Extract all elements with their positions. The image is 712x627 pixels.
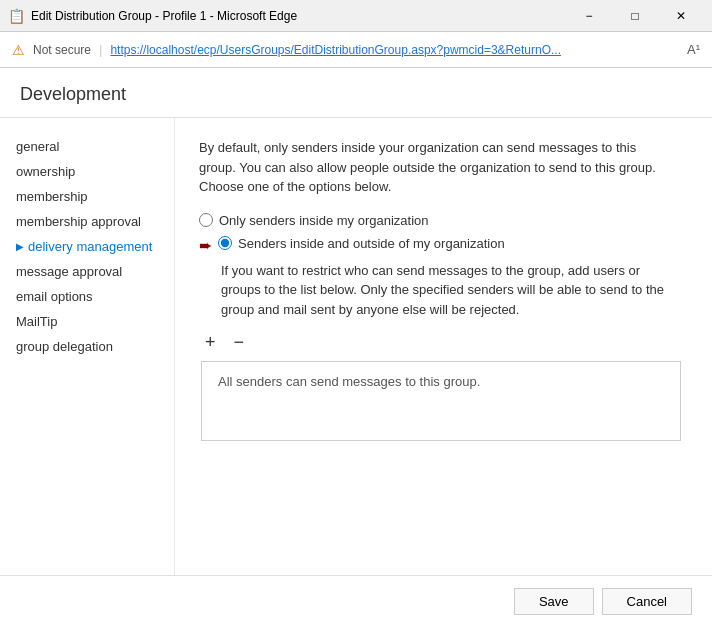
sidebar-item-membership-approval[interactable]: membership approval — [0, 209, 174, 234]
remove-sender-button[interactable]: − — [230, 331, 249, 353]
footer: Save Cancel — [0, 575, 712, 627]
close-button[interactable]: ✕ — [658, 0, 704, 32]
sidebar: general ownership membership membership … — [0, 118, 175, 575]
title-bar: 📋 Edit Distribution Group - Profile 1 - … — [0, 0, 712, 32]
radio-option-inside-only[interactable]: Only senders inside my organization — [199, 213, 688, 228]
minimize-button[interactable]: − — [566, 0, 612, 32]
cancel-button[interactable]: Cancel — [602, 588, 692, 615]
restriction-text: If you want to restrict who can send mes… — [221, 261, 671, 320]
radio-option-inside-outside-row: ➨ Senders inside and outside of my organ… — [199, 236, 688, 255]
add-remove-row: + − — [201, 331, 688, 353]
main-window: Development general ownership membership… — [0, 68, 712, 627]
sidebar-item-ownership[interactable]: ownership — [0, 159, 174, 184]
radio-inside-only[interactable] — [199, 213, 213, 227]
description-text: By default, only senders inside your org… — [199, 138, 669, 197]
sidebar-item-email-options[interactable]: email options — [0, 284, 174, 309]
sidebar-item-general[interactable]: general — [0, 134, 174, 159]
sidebar-item-group-delegation[interactable]: group delegation — [0, 334, 174, 359]
browser-icon: 📋 — [8, 8, 25, 24]
senders-list-box: All senders can send messages to this gr… — [201, 361, 681, 441]
senders-placeholder-text: All senders can send messages to this gr… — [218, 374, 480, 389]
title-bar-controls: − □ ✕ — [566, 0, 704, 32]
radio-inside-outside-label[interactable]: Senders inside and outside of my organiz… — [238, 236, 505, 251]
window-header: Development — [0, 68, 712, 118]
page-title: Development — [20, 84, 126, 104]
radio-inside-only-label[interactable]: Only senders inside my organization — [219, 213, 429, 228]
save-button[interactable]: Save — [514, 588, 594, 615]
sidebar-item-delivery-management-label: delivery management — [28, 239, 152, 254]
title-bar-left: 📋 Edit Distribution Group - Profile 1 - … — [8, 8, 297, 24]
active-arrow-icon: ▶ — [16, 241, 24, 252]
address-bar-divider: | — [99, 42, 102, 57]
address-url[interactable]: https://localhost/ecp/UsersGroups/EditDi… — [110, 43, 561, 57]
sidebar-item-message-approval[interactable]: message approval — [0, 259, 174, 284]
warning-icon: ⚠ — [12, 42, 25, 58]
not-secure-text: Not secure — [33, 43, 91, 57]
selection-arrow-icon: ➨ — [199, 236, 212, 255]
sidebar-item-membership[interactable]: membership — [0, 184, 174, 209]
address-bar: ⚠ Not secure | https://localhost/ecp/Use… — [0, 32, 712, 68]
content-area: general ownership membership membership … — [0, 118, 712, 575]
reader-mode-icon[interactable]: A¹ — [687, 42, 700, 57]
window-title-text: Edit Distribution Group - Profile 1 - Mi… — [31, 9, 297, 23]
main-content: By default, only senders inside your org… — [175, 118, 712, 575]
maximize-button[interactable]: □ — [612, 0, 658, 32]
radio-inside-outside[interactable] — [218, 236, 232, 250]
sidebar-item-delivery-management[interactable]: ▶ delivery management — [0, 234, 174, 259]
radio-option-inside-outside[interactable]: Senders inside and outside of my organiz… — [218, 236, 505, 251]
sidebar-item-mailtip[interactable]: MailTip — [0, 309, 174, 334]
add-sender-button[interactable]: + — [201, 331, 220, 353]
